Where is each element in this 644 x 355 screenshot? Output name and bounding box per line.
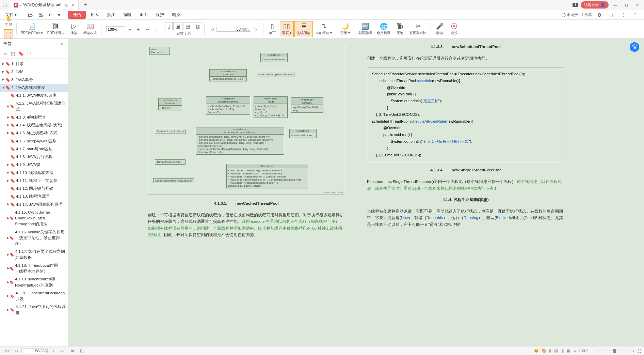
pdf-to-image-button[interactable]: 🖼PDF转图片	[45, 21, 66, 37]
status-page-input[interactable]	[22, 349, 39, 353]
minimize-icon[interactable]: —	[611, 3, 619, 7]
menu-edit[interactable]: 编辑	[120, 11, 135, 19]
sync-status[interactable]: ◯ 未同步	[562, 12, 578, 17]
bookmark-tree[interactable]: ▶🔖1. 目录▶🔖2. JVM▶🔖3. JAVA集合▼🔖4. JAVA多线程并发…	[0, 59, 68, 346]
bookmark-item[interactable]: ▶🔖3. JAVA集合	[0, 76, 68, 84]
bookmark-item[interactable]: ▶🔖4.1.18. ThreadLocal作用（线程本地存储）	[0, 262, 68, 276]
menu-annotate[interactable]: 批注	[103, 11, 118, 19]
status-icon-2[interactable]: ◫	[78, 348, 85, 354]
fullscreen-icon[interactable]: ⛶	[638, 349, 641, 353]
more-icon[interactable]: ⋮	[619, 11, 628, 19]
bookmark-item[interactable]: ▶🔖4.1.3. 4种线程池	[0, 113, 68, 121]
background-button[interactable]: 🌙背景 ▾	[338, 21, 352, 37]
menu-convert[interactable]: 转换	[169, 11, 184, 19]
bookmark-item[interactable]: ▶🔖4.1.5. 终止线程4种方式	[0, 129, 68, 137]
bm-tool-4[interactable]: ☐	[27, 51, 31, 56]
bookmark-item[interactable]: ▶🔖4.1.9. JAVA锁	[0, 161, 68, 169]
read-aloud-button[interactable]: 🎤朗读	[433, 21, 447, 37]
fit-page-icon[interactable]: ⬚	[153, 26, 162, 33]
translate-full-button[interactable]: 🌐全文翻译	[375, 21, 392, 37]
float-badge[interactable]: 宿	[630, 42, 639, 52]
double-page-button[interactable]: ▯▯双页 ▾	[280, 21, 294, 37]
status-emoji-1[interactable]: 😊	[534, 349, 539, 353]
menu-protect[interactable]: 保护	[152, 11, 167, 19]
view-1[interactable]: ▯	[165, 22, 173, 30]
close-window-icon[interactable]: ✕	[633, 3, 641, 7]
status-view-1[interactable]: ▯	[549, 349, 551, 353]
undo-icon[interactable]: ↶	[46, 11, 54, 19]
login-button[interactable]: 访客登录 👤	[581, 1, 609, 9]
bookmark-item[interactable]: ▶🔖4.1.20. ConcurrentHashMap并发	[0, 289, 68, 303]
add-tab-button[interactable]: +	[79, 1, 92, 9]
bookmark-item[interactable]: ▶🔖4.1.14. JAVA阻塞队列原理	[0, 201, 68, 209]
window-icon[interactable]: ◻	[607, 11, 615, 19]
bookmark-item[interactable]: ▶🔖4.1.19. synchronized和ReentrantLock的区别	[0, 275, 68, 289]
document-view[interactable]: 宿 class Executor «interface»CompletionSe…	[68, 39, 644, 346]
redo-icon[interactable]: ▾	[56, 11, 62, 19]
print-icon[interactable]: 🖶	[36, 11, 45, 19]
zoom-out-status-icon[interactable]: −	[591, 349, 593, 353]
page-next-icon[interactable]: ▷	[253, 27, 258, 32]
view-2[interactable]: ▣	[173, 22, 182, 30]
view-3[interactable]: ▤	[183, 22, 192, 30]
compress-button[interactable]: 🗜压缩	[393, 21, 407, 37]
nav-first-icon[interactable]: |◁	[3, 348, 11, 354]
status-view-3[interactable]: ◫	[561, 349, 564, 353]
fit-width-icon[interactable]: ↔	[143, 26, 152, 33]
play-button[interactable]: ▷播放	[67, 21, 81, 37]
share-button[interactable]: ⤴ 分享	[581, 12, 592, 17]
zoom-in-icon[interactable]: +	[135, 26, 142, 33]
status-view-5[interactable]: ↘	[573, 349, 576, 353]
close-tab-icon[interactable]: ✕	[71, 2, 75, 8]
prev-tab[interactable]: 页	[0, 2, 10, 8]
view-4[interactable]: ▥	[193, 22, 202, 30]
bookmark-item[interactable]: ▶🔖4.1.10. 线程基本方法	[0, 169, 68, 177]
auto-scroll-button[interactable]: ⇅自动滚动 ▾	[313, 21, 334, 37]
bookmark-item[interactable]: ▼🔖4. JAVA多线程并发	[0, 84, 68, 92]
bookmark-item[interactable]: ▶🔖4.1.4. 线程生命周期(状态)	[0, 121, 68, 129]
bookmark-item[interactable]: 🔖4.1.1. JAVA并发知识库	[0, 92, 68, 99]
status-icon-1[interactable]: ▭	[68, 348, 76, 354]
maximize-icon[interactable]: ◻	[622, 3, 630, 7]
status-view-2[interactable]: ▯▯	[554, 349, 558, 353]
bookmark-item[interactable]: ▶🔖4.1.2. JAVA线程实现/创建方式	[0, 99, 68, 113]
nav-next-icon[interactable]: ▷	[50, 348, 57, 354]
continuous-button[interactable]: ≣连续阅读	[294, 21, 313, 37]
bm-tool-2[interactable]: ◫	[11, 51, 15, 56]
bm-tool-3[interactable]: 🔖	[18, 51, 24, 56]
bookmark-item[interactable]: 🔖4.1.13. 线程池原理	[0, 192, 68, 200]
bookmark-item[interactable]: 🔖4.1.6. sleep与wait 区别	[0, 137, 68, 145]
bookmark-item[interactable]: 🔖4.1.8. JAVA后台线程	[0, 153, 68, 161]
settings-icon[interactable]: ⚙	[595, 11, 604, 19]
bm-tool-1[interactable]: ▭	[3, 51, 7, 56]
zoom-select[interactable]	[106, 26, 125, 32]
read-mode-button[interactable]: 📖阅读模式	[81, 21, 99, 37]
document-tab[interactable]: P JAVA核心知识整理.pdf ⊙ ✕	[10, 0, 79, 10]
bookmark-item[interactable]: ▶🔖4.1.16. volatile关键字的作用（变量可见性、禁止重排序）	[0, 228, 68, 248]
hand-tool[interactable]: ✋手型	[4, 14, 13, 29]
zoom-slider[interactable]	[596, 351, 630, 351]
menu-insert[interactable]: 插入	[87, 11, 102, 19]
pdf-to-office-button[interactable]: 📄PDF转Office ▾	[19, 21, 45, 37]
bookmark-item[interactable]: ▶🔖4.1.11. 线程上下文切换	[0, 177, 68, 185]
single-page-button[interactable]: ▯单页	[265, 21, 279, 37]
status-view-4[interactable]: ▦	[567, 349, 570, 353]
bookmark-item[interactable]: ▶🔖1. 目录	[0, 60, 68, 68]
bookmark-item[interactable]: 🔖4.1.12. 同步锁与死锁	[0, 185, 68, 192]
menu-page[interactable]: 页面	[136, 11, 151, 19]
notification-badge[interactable]: 1	[573, 3, 578, 7]
bookmark-item[interactable]: ▶🔖4.1.21. Java中用到的线程调度	[0, 303, 68, 317]
menu-start[interactable]: 开始	[68, 11, 86, 19]
nav-prev-icon[interactable]: ◁	[13, 348, 19, 354]
bookmark-item[interactable]: ▶🔖4.1.17. 如何在两个线程之间共享数据	[0, 248, 68, 262]
translate-selection-button[interactable]: 🔤划词翻译	[356, 21, 374, 37]
nav-last-icon[interactable]: ▷|	[59, 348, 66, 354]
zoom-out-icon[interactable]: −	[127, 26, 133, 33]
zoom-in-status-icon[interactable]: +	[633, 349, 635, 353]
page-prev-icon[interactable]: ◁	[209, 27, 215, 32]
bookmark-item[interactable]: ▶🔖2. JVM	[0, 68, 68, 76]
screenshot-button[interactable]: ✂截图和对比	[407, 21, 429, 37]
expand-icon[interactable]: ⌃	[631, 11, 639, 19]
close-panel-icon[interactable]: ✕	[60, 41, 64, 47]
bookmark-item[interactable]: 🔖4.1.7. start与run区别	[0, 145, 68, 153]
